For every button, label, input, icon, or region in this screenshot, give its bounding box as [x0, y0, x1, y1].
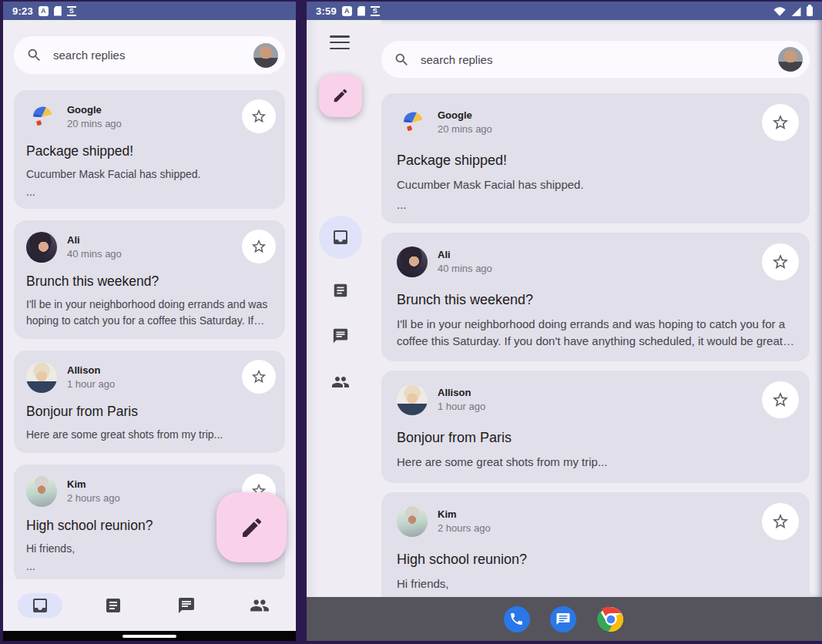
article-icon: [332, 282, 349, 299]
nav-item-inbox[interactable]: [18, 593, 62, 618]
email-more: ...: [26, 186, 273, 198]
s-badge-icon: S: [371, 6, 380, 16]
clock: 9:23: [12, 5, 33, 17]
navigation-rail: [307, 20, 381, 597]
email-subject: Bonjour from Paris: [397, 430, 794, 446]
email-subject: High school reunion?: [397, 552, 794, 568]
email-card-ali[interactable]: Ali 40 mins ago Brunch this weekend? I'l…: [381, 233, 810, 362]
menu-button[interactable]: [330, 34, 350, 51]
star-icon: [771, 512, 790, 531]
chrome-app-icon[interactable]: [596, 605, 626, 634]
compose-fab[interactable]: [319, 74, 362, 117]
sender-name: Ali: [67, 234, 232, 246]
nav-item-articles[interactable]: [91, 593, 136, 618]
star-icon: [771, 391, 790, 409]
favorite-button[interactable]: [762, 381, 799, 418]
rail-item-groups[interactable]: [319, 367, 362, 397]
menu-icon: [330, 35, 350, 38]
email-time: 40 mins ago: [67, 248, 232, 260]
email-preview: Here are some great shots from my trip..…: [397, 454, 794, 471]
email-card-google[interactable]: Google 20 mins ago Package shipped! Cucu…: [14, 90, 285, 209]
taskbar: [307, 597, 822, 641]
profile-avatar[interactable]: [778, 47, 803, 72]
reply-app-tablet: Google 20 mins ago Package shipped! Cucu…: [307, 20, 822, 597]
email-list: Google 20 mins ago Package shipped! Cucu…: [381, 93, 810, 597]
star-icon: [250, 238, 267, 255]
status-bar-left: 9:23 A S: [3, 2, 296, 20]
search-input[interactable]: [421, 53, 767, 66]
email-time: 40 mins ago: [438, 263, 752, 274]
favorite-button[interactable]: [762, 503, 799, 540]
email-subject: Package shipped!: [26, 143, 273, 159]
email-time: 20 mins ago: [438, 123, 752, 135]
email-time: 2 hours ago: [438, 522, 752, 534]
rail-item-direct-messages[interactable]: [319, 320, 362, 351]
kim-avatar: [26, 476, 57, 507]
pencil-icon: [332, 87, 349, 104]
email-card-ali[interactable]: Ali 40 mins ago Brunch this weekend? I'l…: [14, 220, 285, 339]
nav-item-groups[interactable]: [237, 593, 282, 618]
tablet-window: 3:59 A S: [307, 0, 822, 644]
inbox-icon: [31, 596, 49, 615]
email-preview: Cucumber Mask Facial has shipped.: [397, 176, 794, 193]
wifi-icon: [773, 6, 786, 16]
sender-name: Ali: [438, 249, 752, 260]
email-time: 1 hour ago: [67, 378, 232, 390]
favorite-button[interactable]: [242, 360, 276, 394]
sender-name: Google: [67, 104, 232, 116]
sender-name: Kim: [438, 508, 752, 520]
favorite-button[interactable]: [762, 104, 799, 141]
people-icon: [331, 373, 350, 391]
rail-item-articles[interactable]: [319, 275, 362, 306]
star-icon: [250, 368, 267, 385]
chat-icon: [332, 327, 349, 344]
a-badge-icon: A: [39, 6, 49, 16]
cell-signal-icon: [790, 6, 802, 16]
favorite-button[interactable]: [242, 99, 276, 133]
article-icon: [104, 596, 122, 615]
favorite-button[interactable]: [762, 243, 799, 280]
email-card-allison[interactable]: Allison 1 hour ago Bonjour from Paris He…: [381, 371, 810, 483]
email-card-allison[interactable]: Allison 1 hour ago Bonjour from Paris He…: [14, 351, 285, 453]
email-subject: Brunch this weekend?: [397, 292, 794, 308]
sim-card-icon: [54, 6, 62, 16]
gesture-nav-area: [3, 631, 296, 641]
email-subject: Brunch this weekend?: [26, 273, 273, 290]
nav-item-direct-messages[interactable]: [164, 593, 209, 618]
sim-card-icon: [357, 6, 365, 16]
reply-app-phone: Google 20 mins ago Package shipped! Cucu…: [3, 20, 296, 631]
phone-app-icon[interactable]: [504, 606, 530, 632]
search-bar[interactable]: [381, 41, 810, 78]
favorite-button[interactable]: [242, 230, 276, 263]
inbox-icon: [331, 228, 350, 247]
email-card-kim[interactable]: Kim 2 hours ago High school reunion? Hi …: [381, 492, 810, 597]
allison-avatar: [26, 362, 57, 393]
compose-fab[interactable]: [216, 492, 287, 562]
search-input[interactable]: [53, 49, 243, 62]
pencil-icon: [240, 515, 264, 540]
profile-avatar[interactable]: [253, 43, 278, 68]
phone-window: 9:23 A S Google 20: [0, 0, 300, 644]
chat-icon: [177, 596, 196, 615]
sender-name: Google: [438, 109, 752, 121]
s-badge-icon: S: [67, 6, 76, 16]
messages-app-icon[interactable]: [550, 606, 576, 632]
email-preview: Hi friends,: [397, 575, 794, 592]
home-indicator[interactable]: [122, 635, 176, 638]
search-bar[interactable]: [14, 36, 285, 74]
search-icon: [26, 47, 42, 63]
email-subject: Package shipped!: [397, 153, 794, 169]
email-preview: I'll be in your neighborhood doing erran…: [26, 297, 273, 328]
sender-name: Kim: [67, 478, 232, 490]
google-avatar-icon: [397, 107, 428, 138]
status-bar-right: 3:59 A S: [307, 2, 822, 20]
search-icon: [394, 52, 410, 68]
google-avatar-icon: [26, 102, 57, 132]
email-list-pane: Google 20 mins ago Package shipped! Cucu…: [381, 20, 822, 597]
email-card-google[interactable]: Google 20 mins ago Package shipped! Cucu…: [381, 93, 810, 223]
battery-icon: [807, 6, 813, 16]
rail-item-inbox[interactable]: [319, 216, 362, 259]
email-preview: Cucumber Mask Facial has shipped.: [26, 166, 273, 182]
star-icon: [771, 253, 790, 271]
star-icon: [771, 113, 790, 132]
